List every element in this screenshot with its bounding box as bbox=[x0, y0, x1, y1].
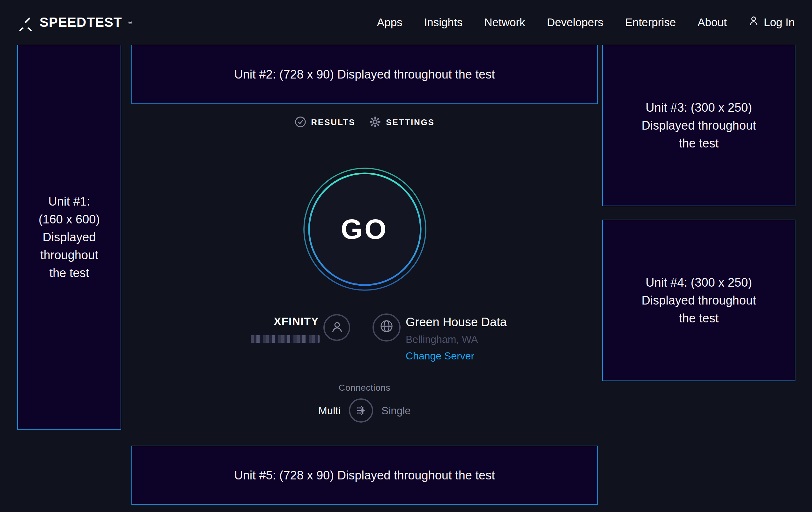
main-nav: Apps Insights Network Developers Enterpr… bbox=[377, 15, 795, 29]
ad-text-line: Unit #3: (300 x 250) bbox=[645, 99, 752, 116]
connections-label: Connections bbox=[132, 382, 598, 393]
connection-mode-toggle[interactable] bbox=[349, 398, 373, 423]
nav-item-apps[interactable]: Apps bbox=[377, 16, 403, 29]
single-connection-option[interactable]: Single bbox=[381, 404, 411, 416]
speedtest-logo[interactable]: SPEEDTEST® bbox=[17, 14, 132, 31]
ad-text-line: the test bbox=[679, 134, 719, 152]
globe-icon bbox=[379, 319, 394, 336]
top-nav-bar: SPEEDTEST® Apps Insights Network Develop… bbox=[0, 0, 812, 45]
ad-text-line: the test bbox=[679, 309, 719, 327]
ad-text-line: (160 x 600) bbox=[38, 210, 100, 228]
connections-section: Connections Multi Sin bbox=[132, 382, 598, 423]
ad-unit-1-skyscraper[interactable]: Unit #1: (160 x 600) Displayed throughou… bbox=[17, 45, 121, 430]
isp-avatar-circle bbox=[323, 314, 350, 341]
server-globe-circle bbox=[373, 314, 401, 342]
ad-unit-4-rectangle[interactable]: Unit #4: (300 x 250) Displayed throughou… bbox=[602, 220, 795, 381]
person-icon bbox=[329, 319, 344, 336]
speedtest-main-panel: RESULTS bbox=[132, 45, 598, 446]
trademark-mark: ® bbox=[128, 20, 132, 25]
multi-arrows-icon bbox=[354, 403, 368, 417]
tab-results-label: RESULTS bbox=[311, 117, 355, 127]
ad-text-line: Displayed throughout bbox=[641, 291, 756, 309]
redacted-ip-text bbox=[251, 335, 320, 343]
multi-connection-option[interactable]: Multi bbox=[318, 404, 341, 416]
ad-text-line: the test bbox=[50, 264, 89, 282]
nav-item-insights[interactable]: Insights bbox=[424, 16, 463, 29]
ad-text-line: Displayed throughout bbox=[641, 116, 756, 134]
ad-text-line: Unit #5: (728 x 90) Displayed throughout… bbox=[234, 466, 495, 484]
ad-unit-3-rectangle[interactable]: Unit #3: (300 x 250) Displayed throughou… bbox=[602, 45, 795, 206]
nav-item-developers[interactable]: Developers bbox=[547, 16, 603, 29]
ad-text-line: throughout bbox=[40, 246, 98, 264]
ad-text-line: Unit #4: (300 x 250) bbox=[645, 274, 752, 291]
nav-item-about[interactable]: About bbox=[697, 16, 727, 29]
server-location: Bellingham, WA bbox=[406, 334, 478, 345]
ad-text-line: Displayed bbox=[43, 228, 96, 246]
tab-settings-label: SETTINGS bbox=[386, 117, 434, 127]
go-button[interactable]: GO bbox=[303, 167, 427, 291]
isp-name: XFINITY bbox=[273, 315, 319, 328]
connection-info-row: XFINITY Green bbox=[132, 314, 598, 366]
go-button-label: GO bbox=[303, 167, 427, 291]
results-settings-tabs: RESULTS bbox=[132, 116, 598, 128]
speedometer-gauge-icon bbox=[17, 14, 34, 31]
ad-unit-5-leaderboard[interactable]: Unit #5: (728 x 90) Displayed throughout… bbox=[132, 446, 598, 505]
server-name: Green House Data bbox=[406, 315, 507, 329]
speedtest-page: SPEEDTEST® Apps Insights Network Develop… bbox=[0, 0, 812, 512]
change-server-link[interactable]: Change Server bbox=[406, 350, 474, 362]
check-circle-icon bbox=[294, 116, 306, 128]
nav-item-network[interactable]: Network bbox=[484, 16, 525, 29]
login-label: Log In bbox=[764, 16, 795, 29]
tab-settings[interactable]: SETTINGS bbox=[369, 116, 434, 128]
nav-item-enterprise[interactable]: Enterprise bbox=[625, 16, 676, 29]
ad-text-line: Unit #1: bbox=[49, 192, 90, 210]
connections-toggle-row: Multi Single bbox=[132, 398, 598, 423]
tab-results[interactable]: RESULTS bbox=[294, 116, 355, 128]
user-icon bbox=[749, 15, 759, 29]
logo-text: SPEEDTEST bbox=[39, 15, 122, 30]
gear-icon bbox=[369, 116, 381, 128]
login-button[interactable]: Log In bbox=[749, 15, 795, 29]
